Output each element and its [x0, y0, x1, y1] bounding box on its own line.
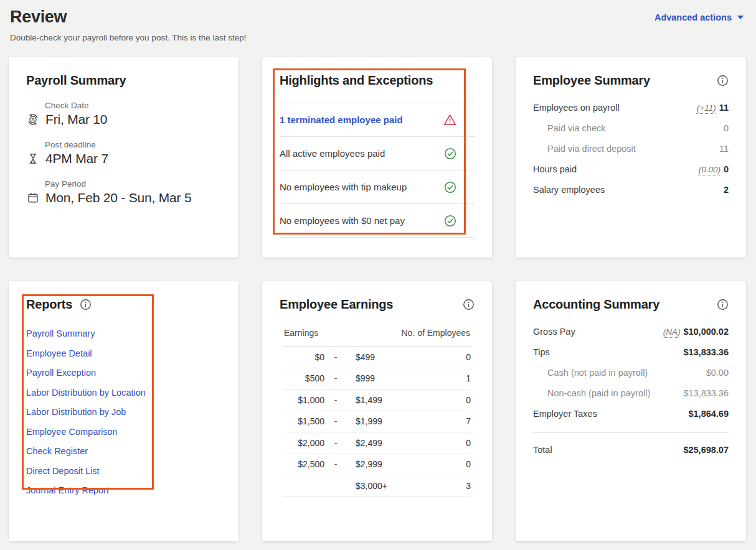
row-value: 0: [724, 164, 729, 174]
table-row: $500 - $999 1: [283, 368, 471, 390]
table-row: $1,500 - $1,999 7: [283, 411, 471, 433]
report-link-journal-entry-report[interactable]: Journal Entry Report: [26, 485, 221, 495]
post-deadline-value: 4PM Mar 7: [45, 151, 108, 166]
highlight-label: No employees with tip makeup: [280, 182, 407, 192]
report-link-payroll-exception[interactable]: Payroll Exception: [26, 368, 221, 378]
pay-period-value: Mon, Feb 20 - Sun, Mar 5: [45, 190, 191, 205]
row-label: Employer Taxes: [533, 409, 597, 419]
employee-count: 1: [427, 373, 471, 383]
accounting-row-employer-taxes: Employer Taxes $1,864.69: [533, 409, 729, 419]
range-high: $2,999: [347, 459, 427, 469]
hourglass-icon: [26, 152, 40, 165]
report-link-labor-distribution-by-location[interactable]: Labor Distribution by Location: [26, 388, 221, 398]
info-icon[interactable]: [717, 75, 729, 86]
accounting-summary-title: Accounting Summary: [533, 297, 659, 312]
employee-count: 3: [427, 481, 471, 491]
total-label: Total: [533, 445, 552, 455]
table-row: $2,000 - $2,499 0: [283, 432, 471, 454]
reports-card: Reports Payroll Summary Employee Detail …: [9, 281, 239, 541]
report-link-check-register[interactable]: Check Register: [26, 446, 221, 456]
row-value: 11: [719, 144, 729, 154]
range-dash: -: [324, 459, 347, 469]
row-value: $0.00: [706, 368, 729, 378]
earnings-table-header: Earnings No. of Employees: [284, 328, 470, 338]
pay-period-item: Pay Period Mon, Feb 20 - Sun, Mar 5: [26, 179, 221, 205]
range-low: $2,500: [283, 459, 324, 469]
employee-count: 0: [427, 395, 471, 405]
row-value: 11: [719, 103, 729, 113]
range-high: $1,999: [347, 416, 427, 426]
row-value: $10,000.02: [683, 327, 729, 337]
advanced-actions-label: Advanced actions: [654, 12, 732, 22]
highlights-title: Highlights and Exceptions: [280, 73, 475, 88]
employee-summary-title: Employee Summary: [533, 73, 650, 88]
advanced-actions-button[interactable]: Advanced actions: [654, 12, 744, 22]
check-circle-icon: [443, 147, 457, 161]
pay-period-label: Pay Period: [45, 179, 221, 189]
range-high: $1,499: [347, 395, 427, 405]
row-label: Employees on payroll: [533, 103, 620, 113]
info-icon[interactable]: [80, 299, 92, 310]
highlights-card: Highlights and Exceptions 1 terminated e…: [262, 57, 492, 258]
row-label: Paid via check: [533, 123, 606, 133]
terminated-employee-link[interactable]: 1 terminated employee paid: [280, 114, 403, 125]
summary-row-salary-employees: Salary employees 2: [533, 185, 729, 195]
summary-row-hours-paid: Hours paid (0.00) 0: [533, 164, 729, 174]
check-circle-icon: [443, 180, 457, 194]
range-high: $499: [347, 352, 427, 362]
page-subtitle: Double-check your payroll before you pos…: [10, 33, 746, 42]
check-date-item: Check Date $ Fri, Mar 10: [26, 101, 221, 127]
range-dash: -: [324, 416, 347, 426]
row-value: $1,864.69: [688, 409, 729, 419]
report-link-labor-distribution-by-job[interactable]: Labor Distribution by Job: [26, 407, 221, 417]
info-icon[interactable]: [717, 299, 729, 310]
summary-row-paid-via-check: Paid via check 0: [533, 123, 729, 133]
summary-row-employees-on-payroll: Employees on payroll (+11) 11: [533, 103, 729, 113]
accounting-row-noncash-tips: Non-cash (paid in payroll) $13,833.36: [533, 388, 729, 398]
range-low: $0: [283, 352, 324, 362]
row-value: 2: [724, 185, 729, 195]
delta-annotation[interactable]: (+11): [697, 103, 716, 113]
divider: [533, 432, 729, 433]
payroll-summary-title: Payroll Summary: [26, 73, 221, 88]
employee-count: 0: [427, 459, 471, 469]
report-link-payroll-summary[interactable]: Payroll Summary: [26, 329, 221, 338]
row-label: Cash (not paid in payroll): [533, 368, 648, 378]
table-row: $2,500 - $2,999 0: [283, 454, 471, 476]
report-link-direct-deposit-list[interactable]: Direct Deposit List: [26, 466, 221, 476]
highlight-label: No employees with $0 net pay: [280, 215, 405, 226]
total-value: $25,698.07: [683, 445, 729, 455]
info-icon[interactable]: [463, 299, 475, 310]
employee-earnings-title: Employee Earnings: [280, 297, 393, 312]
range-high: $2,499: [347, 438, 427, 448]
row-value: $13,833.36: [683, 347, 729, 357]
calendar-icon: [26, 191, 40, 205]
page-header: Review Double-check your payroll before …: [10, 7, 746, 42]
reports-title: Reports: [26, 297, 72, 312]
delta-annotation[interactable]: (0.00): [699, 165, 721, 174]
employee-count: 0: [427, 352, 471, 362]
report-link-employee-detail[interactable]: Employee Detail: [26, 348, 221, 358]
summary-row-paid-via-direct-deposit: Paid via direct deposit 11: [533, 144, 729, 154]
employee-earnings-card: Employee Earnings Earnings No. of Employ…: [262, 281, 492, 541]
range-high: $999: [347, 373, 427, 383]
row-value: 0: [724, 123, 729, 133]
accounting-row-tips: Tips $13,833.36: [533, 347, 729, 357]
report-link-employee-comparison[interactable]: Employee Comparison: [26, 427, 221, 437]
payroll-summary-card: Payroll Summary Check Date $: [9, 57, 239, 258]
post-deadline-item: Post deadline 4PM Mar 7: [26, 140, 221, 166]
employee-summary-card: Employee Summary Employees on payroll (+…: [516, 57, 746, 258]
row-label: Gross Pay: [533, 327, 575, 337]
range-dash: -: [324, 373, 347, 383]
earnings-column-header: Earnings: [284, 328, 318, 338]
row-label: Non-cash (paid in payroll): [533, 388, 650, 398]
table-row: $0 - $499 0: [283, 347, 471, 368]
row-label: Tips: [533, 347, 550, 357]
table-row: $3,000+ 3: [283, 475, 471, 497]
accounting-row-cash-tips: Cash (not paid in payroll) $0.00: [533, 368, 729, 378]
delta-annotation[interactable]: (NA): [663, 327, 681, 337]
accounting-row-gross-pay: Gross Pay (NA) $10,000.02: [533, 327, 729, 337]
employee-count-column-header: No. of Employees: [402, 328, 471, 338]
employee-count: 7: [427, 416, 471, 426]
range-dash: -: [324, 395, 347, 405]
